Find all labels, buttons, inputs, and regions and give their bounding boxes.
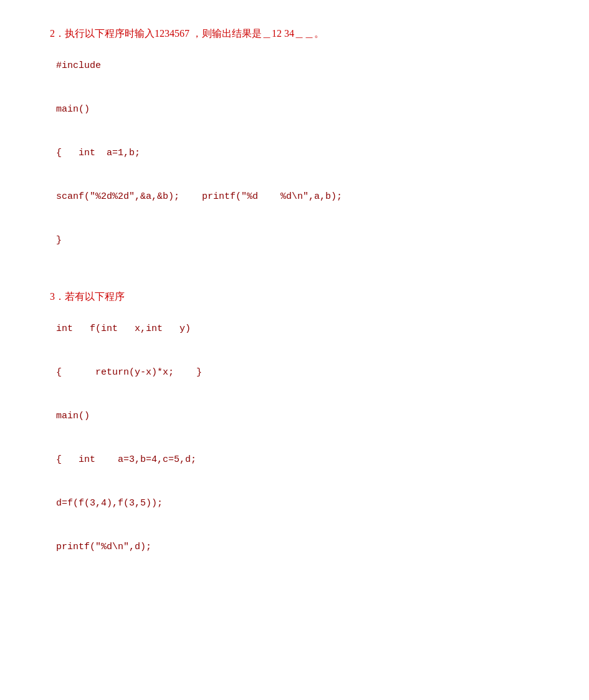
question-3-text: 3．若有以下程序: [50, 291, 125, 302]
q3-code-line-4: [56, 384, 539, 405]
q3-code-line-2: [56, 340, 539, 361]
code-line-8: [56, 208, 539, 229]
question-3-code: int f(int x,int y) { return(y-x)*x; } ma…: [56, 319, 539, 557]
q3-code-line-3: { return(y-x)*x; }: [56, 362, 539, 383]
code-line-6: [56, 165, 539, 185]
q3-code-line-8: [56, 471, 539, 492]
q3-code-line-11: printf("%d\n",d);: [56, 537, 539, 557]
q3-code-line-7: { int a=3,b=4,c=5,d;: [56, 449, 539, 470]
question-2-block: 2．执行以下程序时输入1234567 ，则输出结果是＿12 34＿＿。 #inc…: [50, 25, 539, 251]
separator-1: [50, 269, 539, 288]
q3-code-line-10: [56, 515, 539, 535]
question-2-middle: ，则输出结果是＿12 34＿＿。: [192, 28, 324, 39]
question-3-title: 3．若有以下程序: [50, 288, 539, 306]
code-line-2: [56, 77, 539, 98]
question-2-prefix: 2．执行以下程序时输入1234567: [50, 28, 189, 39]
code-line-9: }: [56, 230, 539, 251]
code-line-7: scanf("%2d%2d",&a,&b); printf("%d %d\n",…: [56, 186, 539, 207]
question-3-block: 3．若有以下程序 int f(int x,int y) { return(y-x…: [50, 288, 539, 557]
code-line-4: [56, 121, 539, 141]
q3-code-line-9: d=f(f(3,4),f(3,5));: [56, 493, 539, 514]
question-2-title: 2．执行以下程序时输入1234567 ，则输出结果是＿12 34＿＿。: [50, 25, 539, 43]
page-content: 2．执行以下程序时输入1234567 ，则输出结果是＿12 34＿＿。 #inc…: [50, 25, 539, 557]
code-line-3: main(): [56, 99, 539, 120]
q3-code-line-5: main(): [56, 406, 539, 426]
question-2-code: #include main() { int a=1,b; scanf("%2d%…: [56, 55, 539, 251]
q3-code-line-6: [56, 428, 539, 448]
q3-code-line-1: int f(int x,int y): [56, 319, 539, 339]
code-line-1: #include: [56, 55, 539, 76]
code-line-5: { int a=1,b;: [56, 143, 539, 163]
